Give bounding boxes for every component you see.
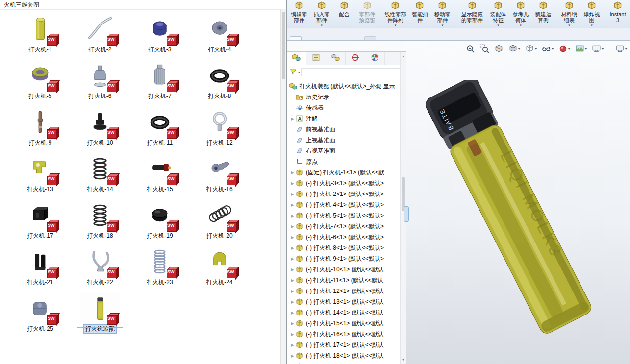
explorer-item[interactable]: SW 打火机-1 (13, 13, 68, 59)
ribbon-button[interactable]: 参考几何体 ▾ (509, 0, 532, 28)
view-toolbar-button[interactable]: ▾ (592, 44, 604, 53)
expander-icon[interactable]: ▶ (289, 343, 296, 347)
expander-icon[interactable]: ▶ (289, 311, 296, 315)
expander-icon[interactable]: ▶ (289, 246, 296, 250)
ribbon-button[interactable]: 装配体特征 ▾ (487, 0, 509, 28)
explorer-item[interactable]: SW 打火机-8 (192, 59, 247, 106)
expander-icon[interactable]: ▶ (289, 170, 296, 175)
tree-item[interactable]: ▶ 原点 (288, 156, 400, 167)
panel-splitter-handle[interactable] (404, 206, 409, 222)
ribbon-tab[interactable] (325, 36, 337, 40)
scroll-down-arrow-icon[interactable]: ▼ (401, 357, 406, 363)
ribbon-button[interactable]: 爆炸视图 ▾ (580, 0, 605, 28)
explorer-item[interactable]: SW 打火机-25 (13, 292, 68, 339)
tree-item[interactable]: ▶ A 注解 (288, 113, 400, 124)
ribbon-button[interactable]: 线性零部件阵列 ▾ (382, 0, 408, 28)
view-toolbar-button[interactable]: ▾ (542, 44, 554, 53)
ribbon-button[interactable]: 插入零部件 ▾ (310, 0, 333, 28)
view-toolbar-button[interactable]: ▾ (558, 44, 570, 53)
explorer-item[interactable]: SW 打火机-18 (73, 199, 127, 245)
explorer-item[interactable]: SW 打火机-3 (132, 13, 187, 59)
view-toolbar-button[interactable]: ▾ (508, 44, 520, 53)
explorer-item[interactable]: SW 打火机-22 (73, 245, 127, 292)
explorer-item[interactable]: SW 打火机-12 (192, 106, 247, 152)
tree-item[interactable]: ▶ (-) 打火机-4<1> (默认<<默认> (288, 199, 400, 210)
explorer-item[interactable]: SW 打火机-11 (132, 106, 187, 152)
explorer-item[interactable]: SW 打火机-24 (192, 245, 247, 292)
explorer-item[interactable]: SW 打火机-13 (13, 152, 68, 199)
explorer-item[interactable]: SW 打火机-2 (73, 13, 127, 59)
expander-icon[interactable]: ▶ (289, 289, 296, 293)
panel-tab[interactable] (306, 52, 326, 65)
expander-icon[interactable]: ▶ (289, 214, 296, 218)
explorer-item[interactable]: SW 打火机-4 (192, 13, 247, 59)
expander-icon[interactable]: ▶ (289, 224, 296, 229)
expander-icon[interactable]: ▶ (289, 235, 296, 240)
explorer-item[interactable]: SW 打火机-14 (73, 152, 127, 199)
ribbon-button[interactable]: 显示隐藏的零部件 (457, 0, 487, 28)
tree-item[interactable]: ▶ (-) 打火机-13<1> (默认<<默认 (288, 296, 400, 307)
explorer-item[interactable]: SW 打火机-17 (13, 199, 68, 245)
tree-item[interactable]: ▶ (-) 打火机-6<1> (默认<<默认> (288, 232, 400, 243)
explorer-item[interactable]: SW 打火机-23 (132, 245, 187, 292)
ribbon-tab[interactable] (337, 36, 349, 40)
view-toolbar-button[interactable] (480, 44, 489, 53)
panel-tab[interactable] (326, 52, 346, 65)
explorer-item[interactable]: SW 打火机-16 (192, 152, 247, 199)
tree-item[interactable]: ▶ (-) 打火机-18<1> (默认<<默认 (288, 350, 400, 361)
tree-item[interactable]: ▶ 右视基准面 (288, 146, 400, 156)
expander-icon[interactable]: ▶ (289, 267, 296, 272)
scroll-up-arrow-icon[interactable]: ▲ (401, 53, 406, 59)
expander-icon[interactable]: ▶ (289, 321, 296, 326)
ribbon-button[interactable]: Instant3 (606, 0, 629, 28)
tree-item[interactable]: ▶ (-) 打火机-12<1> (默认<<默认 (288, 286, 400, 296)
ribbon-tab[interactable] (364, 36, 376, 40)
ribbon-button[interactable]: 材料明细表 ▾ (558, 0, 580, 28)
explorer-item[interactable]: SW 打火机-6 (73, 59, 127, 106)
tree-item[interactable]: ▶ 上视基准面 (288, 135, 400, 146)
panel-tab[interactable] (365, 52, 385, 65)
tree-item[interactable]: ▶ (-) 打火机-17<1> (默认<<默认 (288, 340, 400, 350)
view-toolbar-button[interactable] (494, 44, 504, 53)
view-toolbar-button[interactable]: ▾ (525, 44, 537, 53)
expander-icon[interactable]: ▶ (289, 192, 296, 196)
expander-icon[interactable]: ▶ (289, 203, 296, 207)
ribbon-button[interactable]: 配合 (333, 0, 355, 28)
explorer-item[interactable]: SW 打火机-19 (132, 199, 187, 245)
explorer-item[interactable]: SW 打火机-5 (13, 59, 68, 106)
expander-icon[interactable]: ▶ (289, 300, 296, 304)
expander-icon[interactable]: ▶ (289, 332, 296, 337)
tree-item[interactable]: ▶ (-) 打火机-5<1> (默认<<默认> (288, 210, 400, 221)
ribbon-button[interactable]: 移动零部件 ▾ (431, 0, 455, 28)
expander-icon[interactable]: ▶ (289, 181, 296, 186)
explorer-item[interactable]: SW 打火机-7 (132, 59, 187, 106)
view-toolbar-button[interactable] (466, 44, 475, 53)
graphics-viewport[interactable]: ▾ ▾ ▾ ▾ ▾ (406, 41, 630, 364)
expander-icon[interactable]: ▶ (289, 117, 296, 121)
ribbon-button[interactable]: 智能扣件 (408, 0, 431, 28)
tree-item[interactable]: ▶ (-) 打火机-11<1> (默认<<默认 (288, 275, 400, 286)
tree-item[interactable]: ▶ 打火机装配 (默认<<默认>_外观 显示 (288, 81, 400, 92)
tree-item[interactable]: ▶ (-) 打火机-2<1> (默认<<默认> (288, 189, 400, 199)
filter-funnel-icon[interactable] (289, 68, 297, 76)
ribbon-button[interactable]: 新建运算例 (532, 0, 556, 28)
explorer-item[interactable]: SW 打火机-10 (73, 106, 127, 152)
view-toolbar-button[interactable]: ▾ (615, 44, 627, 53)
explorer-item[interactable]: SW 打火机-20 (192, 199, 247, 245)
tree-item[interactable]: ▶ (-) 打火机-14<1> (默认<<默认 (288, 307, 400, 318)
explorer-scrollbar[interactable] (280, 9, 286, 364)
ribbon-tab[interactable] (349, 36, 360, 40)
explorer-item[interactable]: SW 打火机-9 (13, 106, 68, 152)
tree-item[interactable]: ▶ 传感器 (288, 102, 400, 113)
tree-item[interactable]: ▶ (-) 打火机-7<1> (默认<<默认> (288, 221, 400, 232)
tree-item[interactable]: ▶ (固定) 打火机-1<1> (默认<<默 (288, 167, 400, 178)
ribbon-button[interactable]: 编辑零部件 (288, 0, 310, 28)
lighter-3d-model[interactable]: BAITE LIQI MOLK3 (408, 80, 605, 355)
tree-item[interactable]: ▶ (-) 打火机-8<1> (默认<<默认> (288, 243, 400, 253)
explorer-item[interactable]: SW 打火机-21 (13, 245, 68, 292)
tree-item[interactable]: ▶ (-) 打火机-3<1> (默认<<默认> (288, 178, 400, 189)
ribbon-button[interactable]: 零部件预览窗 (355, 0, 380, 28)
expander-icon[interactable]: ▶ (289, 354, 296, 358)
ribbon-tab[interactable] (302, 36, 313, 40)
tree-item[interactable]: ▶ (-) 打火机-16<1> (默认<<默认 (288, 329, 400, 340)
